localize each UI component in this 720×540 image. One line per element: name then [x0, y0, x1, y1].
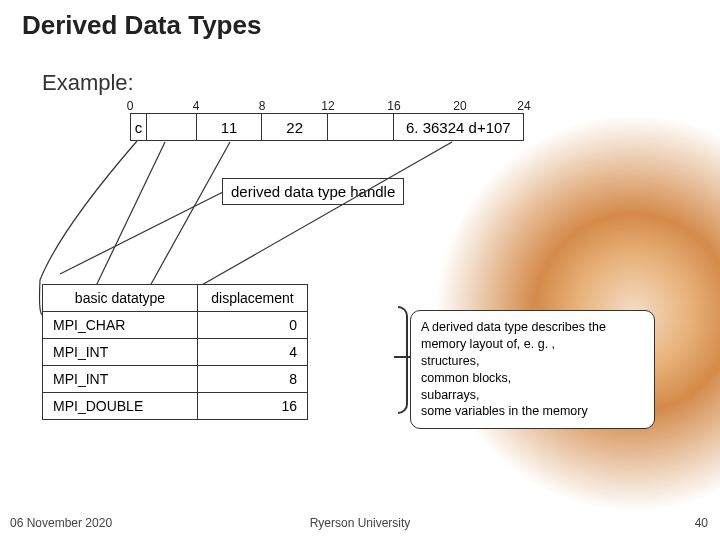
desc-line: A derived data type describes the memory… [421, 319, 644, 353]
cell-disp: 16 [198, 393, 308, 420]
memory-layout-strip: 0 4 8 12 16 20 24 c 11 22 6. 36324 d+107 [130, 113, 524, 141]
desc-line: common blocks, [421, 370, 644, 387]
cell-disp: 4 [198, 339, 308, 366]
cell-pad [147, 114, 197, 140]
table-row: MPI_DOUBLE 16 [43, 393, 308, 420]
svg-line-3 [200, 142, 452, 286]
th-disp: displacement [198, 285, 308, 312]
displacement-table: basic datatype displacement MPI_CHAR 0 M… [42, 284, 308, 420]
tick-20: 20 [453, 99, 466, 113]
description-callout: A derived data type describes the memory… [410, 310, 655, 429]
page-number: 40 [695, 516, 708, 530]
desc-line: subarrays, [421, 387, 644, 404]
cell-type: MPI_INT [43, 366, 198, 393]
tick-8: 8 [259, 99, 266, 113]
desc-line: structures, [421, 353, 644, 370]
tick-24: 24 [517, 99, 530, 113]
footer-source: Ryerson University [310, 516, 411, 530]
table-row: MPI_CHAR 0 [43, 312, 308, 339]
tick-0: 0 [127, 99, 134, 113]
svg-line-1 [96, 142, 165, 286]
cell-char: c [131, 114, 147, 140]
cell-type: MPI_DOUBLE [43, 393, 198, 420]
svg-line-0 [60, 192, 223, 274]
handle-label-box: derived data type handle [222, 178, 404, 205]
table-row: MPI_INT 4 [43, 339, 308, 366]
table-row: MPI_INT 8 [43, 366, 308, 393]
tick-16: 16 [387, 99, 400, 113]
brace-tip-icon [394, 356, 410, 358]
svg-line-2 [150, 142, 230, 286]
table-header-row: basic datatype displacement [43, 285, 308, 312]
footer-date: 06 November 2020 [10, 516, 112, 530]
desc-line: some variables in the memory [421, 403, 644, 420]
section-heading: Example: [42, 70, 134, 96]
tick-4: 4 [193, 99, 200, 113]
memory-cells: c 11 22 6. 36324 d+107 [130, 113, 524, 141]
cell-double: 6. 36324 d+107 [394, 114, 523, 140]
cell-gap [328, 114, 394, 140]
cell-disp: 8 [198, 366, 308, 393]
cell-int2: 22 [262, 114, 328, 140]
cell-disp: 0 [198, 312, 308, 339]
page-title: Derived Data Types [22, 10, 261, 41]
cell-type: MPI_INT [43, 339, 198, 366]
tick-12: 12 [321, 99, 334, 113]
cell-int1: 11 [197, 114, 263, 140]
brace-icon [398, 306, 408, 414]
cell-type: MPI_CHAR [43, 312, 198, 339]
th-basic: basic datatype [43, 285, 198, 312]
